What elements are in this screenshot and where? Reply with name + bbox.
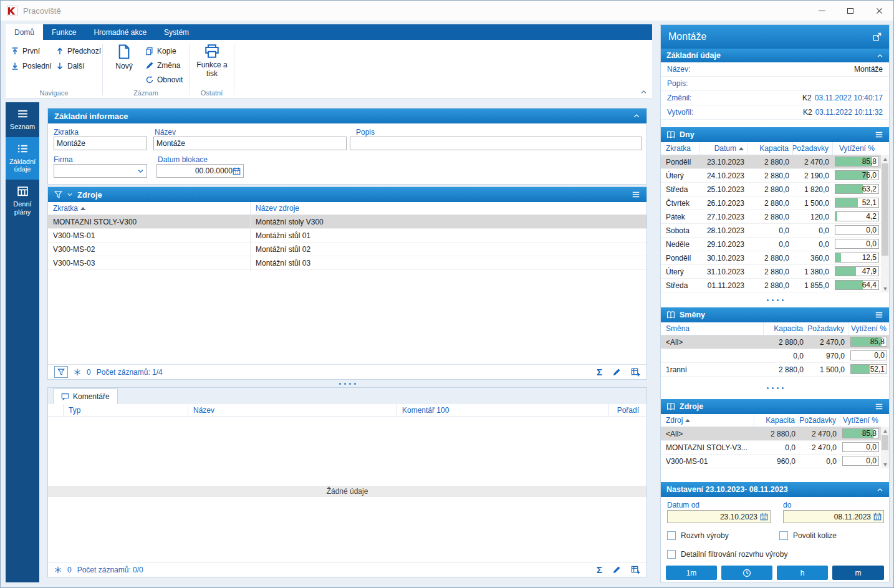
change-button[interactable]: Změna: [145, 59, 180, 72]
date-from-input[interactable]: [670, 513, 757, 521]
zkratka-input[interactable]: [57, 139, 144, 148]
table-row[interactable]: Pátek27.10.20232 880,0120,04,2: [661, 210, 881, 224]
maximize-button[interactable]: [836, 1, 865, 21]
tab-komentare[interactable]: Komentáře: [53, 388, 118, 404]
scroll-down-arrow[interactable]: [881, 461, 889, 468]
smeny-section-header[interactable]: Směny: [661, 307, 889, 322]
edit-pencil-icon[interactable]: [612, 368, 621, 377]
column-header[interactable]: Typ: [64, 404, 188, 417]
column-header[interactable]: Datum: [699, 142, 748, 155]
column-header[interactable]: Požadavky: [807, 322, 848, 335]
nastaveni-section-header[interactable]: Nastavení 23.10.2023- 08.11.2023: [661, 482, 889, 497]
menu-icon[interactable]: [875, 311, 883, 319]
column-header[interactable]: Kapacita: [764, 322, 807, 335]
table-row[interactable]: V300-MS-03Montážní stůl 03: [48, 256, 646, 270]
checkbox-povolit-kolize[interactable]: Povolit kolize: [779, 531, 837, 540]
column-header[interactable]: Vytížení %: [833, 142, 881, 155]
open-external-icon[interactable]: [873, 32, 882, 41]
table-edit-icon[interactable]: [631, 565, 640, 574]
table-row[interactable]: MONTAZNI STOLY-V300Montážní stoly V300: [48, 215, 646, 229]
checkbox-detailni-filtrovani[interactable]: Detailní filtrování rozvrhu výroby: [667, 550, 787, 559]
dny-section-header[interactable]: Dny: [661, 127, 889, 142]
datum-blokace-field[interactable]: [156, 164, 244, 178]
table-row[interactable]: V300-MS-01960,00,00,0: [661, 455, 881, 468]
chevron-down-icon[interactable]: [137, 168, 144, 175]
interval-1m-button[interactable]: 1m: [666, 566, 717, 580]
tab-hromadne-akce[interactable]: Hromadné akce: [85, 24, 155, 40]
scroll-down-arrow[interactable]: [881, 285, 889, 292]
scrollbar-thumb[interactable]: [882, 435, 888, 450]
firma-input[interactable]: [57, 166, 137, 175]
column-header[interactable]: Zdroj: [661, 414, 754, 427]
zdroje-section-header[interactable]: Zdroje: [661, 399, 889, 414]
sidebar-item-zakladni-udaje[interactable]: Základní údaje: [6, 137, 39, 180]
calendar-icon[interactable]: [233, 167, 241, 175]
last-button[interactable]: Poslední: [11, 60, 52, 72]
table-edit-icon[interactable]: [631, 367, 640, 377]
column-header[interactable]: Zkratka: [661, 142, 699, 155]
tab-funkce[interactable]: Funkce: [43, 24, 85, 40]
table-row[interactable]: <All>2 880,02 470,085,8: [661, 335, 889, 349]
sidebar-item-denni-plany[interactable]: Denní plány: [6, 180, 39, 222]
sum-button[interactable]: Σ: [597, 564, 602, 575]
interval-h-button[interactable]: h: [777, 566, 828, 580]
freeze-snowflake-icon[interactable]: [74, 369, 81, 376]
popis-input[interactable]: [353, 139, 638, 148]
table-row[interactable]: Čtvrtek26.10.20232 880,01 500,052,1: [661, 196, 881, 210]
calendar-icon[interactable]: [873, 513, 882, 521]
table-row[interactable]: V300-MS-02Montážní stůl 02: [48, 243, 646, 256]
table-row[interactable]: 1ranní2 880,01 500,052,1: [661, 363, 889, 377]
firma-field[interactable]: [54, 164, 147, 178]
table-row[interactable]: Úterý31.10.20232 880,01 380,047,9: [661, 265, 881, 279]
edit-pencil-icon[interactable]: [612, 566, 621, 574]
chevron-down-icon[interactable]: [67, 191, 73, 198]
date-to-input[interactable]: [786, 513, 871, 521]
basic-section-header[interactable]: Základní údaje: [661, 49, 889, 62]
nazev-input[interactable]: [156, 139, 344, 148]
scrollbar-thumb[interactable]: [882, 163, 888, 256]
close-button[interactable]: [865, 1, 893, 21]
scroll-up-arrow[interactable]: [881, 427, 889, 435]
chevron-up-icon[interactable]: [633, 112, 640, 120]
splitter-handle[interactable]: [47, 380, 647, 387]
sum-button[interactable]: Σ: [597, 367, 602, 377]
table-row[interactable]: Sobota28.10.20230,00,00,0: [661, 224, 881, 238]
popis-field[interactable]: [350, 137, 642, 150]
scroll-up-arrow[interactable]: [881, 155, 889, 163]
menu-icon[interactable]: [875, 402, 883, 411]
column-header[interactable]: Směna: [661, 322, 764, 335]
date-to-field[interactable]: [783, 510, 884, 523]
date-from-field[interactable]: [667, 510, 771, 523]
table-row[interactable]: Úterý24.10.20232 880,02 190,076,0: [661, 169, 881, 183]
column-header[interactable]: Pořadí: [609, 404, 646, 417]
interval-m-button[interactable]: m: [832, 566, 884, 580]
table-row[interactable]: Neděle29.10.20230,00,00,0: [661, 238, 881, 251]
column-header[interactable]: Vytížení %: [840, 414, 881, 427]
splitter-handle[interactable]: [661, 292, 889, 307]
refresh-button[interactable]: Obnovit: [145, 74, 183, 86]
column-header[interactable]: Komentář 100: [397, 404, 609, 417]
minimize-button[interactable]: [807, 1, 836, 21]
checkbox-box[interactable]: [779, 531, 788, 540]
sidebar-item-seznam[interactable]: Seznam: [6, 102, 39, 137]
checkbox-box[interactable]: [667, 531, 676, 540]
column-header[interactable]: Požadavky: [793, 142, 833, 155]
menu-icon[interactable]: [632, 190, 640, 199]
next-button[interactable]: Další: [55, 60, 84, 72]
previous-button[interactable]: Předchozí: [55, 45, 101, 57]
tab-domu[interactable]: Domů: [6, 24, 43, 40]
nazev-field[interactable]: [153, 137, 347, 150]
ribbon-collapse-button[interactable]: [640, 87, 647, 96]
column-header[interactable]: Požadavky: [799, 414, 840, 427]
function-print-button[interactable]: Funkce a tisk: [194, 44, 230, 78]
table-row[interactable]: MONTAZNI STOLY-V3...0,02 470,00,0: [661, 441, 881, 455]
interval-clock-button[interactable]: [721, 566, 772, 580]
freeze-snowflake-icon[interactable]: [54, 566, 62, 574]
checkbox-box[interactable]: [667, 550, 676, 559]
new-button[interactable]: Nový: [109, 44, 139, 70]
calendar-icon[interactable]: [760, 513, 768, 521]
filter-toggle-button[interactable]: [54, 366, 68, 378]
column-header[interactable]: Kapacita: [748, 142, 793, 155]
checkbox-rozvrh-vyroby[interactable]: Rozvrh výroby: [667, 531, 729, 540]
zkratka-field[interactable]: [54, 137, 147, 150]
